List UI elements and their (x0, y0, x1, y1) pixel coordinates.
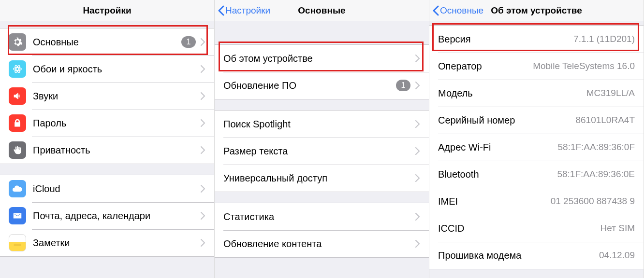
row-bluetooth[interactable]: Bluetooth 58:1F:AA:89:36:0E (429, 161, 644, 188)
row-accessibility[interactable]: Универсальный доступ (215, 165, 429, 192)
navbar-title: Основные (298, 5, 345, 16)
row-notes[interactable]: Заметки (0, 229, 214, 256)
row-label: Серийный номер (438, 115, 515, 126)
row-modem[interactable]: Прошивка модема 04.12.09 (429, 242, 644, 269)
chevron-right-icon (201, 92, 205, 100)
hand-icon (9, 141, 26, 159)
cloud-icon (9, 180, 26, 197)
row-label: Пароль (33, 118, 66, 129)
navbar: Настройки (0, 0, 214, 21)
row-label: Версия (438, 34, 471, 45)
row-value: 04.12.09 (599, 250, 635, 261)
chevron-right-icon (415, 240, 420, 248)
gear-icon (9, 33, 26, 51)
chevron-right-icon (415, 147, 420, 155)
chevron-right-icon (201, 65, 205, 73)
navbar-title: Настройки (83, 5, 131, 16)
badge: 1 (396, 80, 410, 91)
row-spotlight[interactable]: Поиск Spotlight (215, 111, 429, 138)
row-statistics[interactable]: Статистика (215, 203, 429, 230)
row-label: IMEI (438, 196, 458, 207)
row-about[interactable]: Об этом устройстве (215, 45, 429, 72)
chevron-right-icon (201, 146, 205, 154)
panel-general: Настройки Основные Об этом устройстве Об… (215, 0, 429, 278)
sounds-icon (9, 87, 26, 105)
row-label: Оператор (438, 61, 482, 72)
chevron-right-icon (415, 213, 420, 221)
panel-settings: Настройки Основные 1 Обои и яркость Звук… (0, 0, 215, 278)
row-wifi[interactable]: Адрес Wi-Fi 58:1F:AA:89:36:0F (429, 134, 644, 161)
back-button[interactable]: Настройки (218, 0, 270, 21)
row-textsize[interactable]: Размер текста (215, 138, 429, 165)
row-passcode[interactable]: Пароль (0, 110, 214, 137)
row-label: Обновление контента (223, 238, 322, 250)
row-label: Поиск Spotlight (223, 119, 291, 130)
back-label: Настройки (225, 5, 270, 16)
row-label: Почта, адреса, календари (33, 210, 150, 222)
row-wallpaper[interactable]: Обои и яркость (0, 56, 214, 83)
row-label: Основные (33, 37, 79, 48)
row-value: Нет SIM (600, 223, 635, 234)
row-value: 7.1.1 (11D201) (573, 34, 635, 44)
chevron-left-icon (218, 5, 224, 16)
row-label: Универсальный доступ (223, 173, 327, 184)
chevron-right-icon (415, 55, 420, 62)
chevron-right-icon (201, 212, 205, 220)
row-value: Mobile TeleSystems 16.0 (533, 61, 635, 71)
row-mail[interactable]: Почта, адреса, календари (0, 202, 214, 229)
badge: 1 (181, 36, 196, 48)
chevron-right-icon (415, 120, 420, 128)
mail-icon (9, 207, 26, 224)
chevron-right-icon (201, 185, 205, 193)
row-label: Адрес Wi-Fi (438, 142, 491, 153)
row-software-update[interactable]: Обновление ПО 1 (215, 72, 429, 99)
row-value: 58:1F:AA:89:36:0E (557, 169, 635, 180)
row-label: Модель (438, 88, 473, 99)
row-label: Об этом устройстве (223, 53, 313, 64)
row-label: Приватность (33, 145, 90, 156)
row-label: Размер текста (223, 146, 288, 157)
chevron-right-icon (415, 82, 420, 89)
chevron-right-icon (201, 38, 205, 46)
row-carrier[interactable]: Оператор Mobile TeleSystems 16.0 (429, 53, 644, 80)
navbar-title: Об этом устройстве (491, 5, 582, 16)
row-iccid[interactable]: ICCID Нет SIM (429, 215, 644, 242)
row-label: Статистика (223, 211, 274, 222)
row-label: Прошивка модема (438, 250, 521, 261)
lock-icon (9, 114, 26, 132)
navbar: Основные Об этом устройстве (429, 0, 644, 21)
row-value: 86101L0RA4T (575, 115, 635, 125)
notes-icon (9, 234, 26, 251)
back-label: Основные (440, 5, 483, 16)
row-imei[interactable]: IMEI 01 253600 887438 9 (429, 188, 644, 215)
row-value: 01 253600 887438 9 (551, 196, 635, 207)
row-label: Заметки (33, 237, 70, 249)
chevron-left-icon (432, 5, 439, 16)
back-button[interactable]: Основные (432, 0, 483, 21)
wallpaper-icon (9, 60, 26, 78)
row-label: iCloud (33, 183, 60, 195)
row-content-update[interactable]: Обновление контента (215, 230, 429, 257)
row-label: ICCID (438, 223, 464, 234)
row-privacy[interactable]: Приватность (0, 137, 214, 164)
row-serial[interactable]: Серийный номер 86101L0RA4T (429, 107, 644, 134)
row-version[interactable]: Версия 7.1.1 (11D201) (429, 26, 644, 53)
row-general[interactable]: Основные 1 (0, 28, 214, 56)
row-label: Обои и яркость (33, 64, 102, 75)
chevron-right-icon (201, 119, 205, 127)
row-label: Звуки (33, 91, 58, 102)
svg-point-1 (14, 68, 22, 70)
navbar: Настройки Основные (215, 0, 429, 21)
row-label: Обновление ПО (223, 80, 296, 91)
row-sounds[interactable]: Звуки (0, 83, 214, 110)
row-icloud[interactable]: iCloud (0, 175, 214, 202)
row-model[interactable]: Модель MC319LL/A (429, 80, 644, 107)
row-value: MC319LL/A (586, 88, 635, 98)
panel-about: Основные Об этом устройстве Версия 7.1.1… (429, 0, 644, 278)
row-label: Bluetooth (438, 169, 479, 180)
chevron-right-icon (201, 239, 205, 247)
row-value: 58:1F:AA:89:36:0F (558, 142, 635, 153)
chevron-right-icon (415, 174, 420, 182)
